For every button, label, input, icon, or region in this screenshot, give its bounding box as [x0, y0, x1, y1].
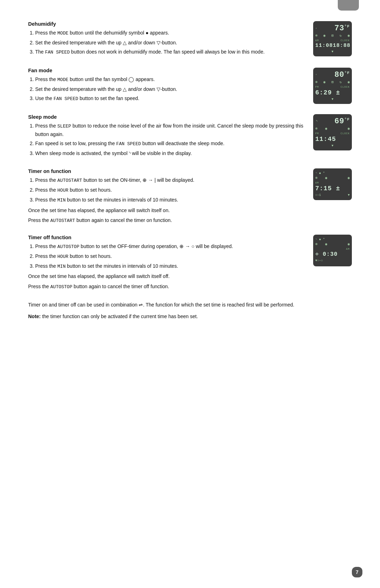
timer-on-title: Timer on function — [28, 168, 306, 174]
timer-off-content: Timer off function Press the AUTOSTOP bu… — [28, 235, 306, 291]
dehumidify-section: Dehumidify Press the MODE button until t… — [28, 21, 352, 58]
sleep-mode-display: ◝ 69°F ❄◉◉ PM CLOCK 11:45 ▼ — [313, 114, 352, 150]
dehumidify-content: Dehumidify Press the MODE button until t… — [28, 21, 306, 58]
page-tab — [338, 0, 359, 11]
sleep-mode-title: Sleep mode — [28, 114, 306, 120]
list-item: Press the MODE button until the fan symb… — [35, 75, 306, 84]
list-item: Press the AUTOSTOP button to set the OFF… — [35, 242, 306, 251]
list-item: Press the MODE button until the dehumidi… — [35, 29, 306, 37]
timer-on-extra1: Once the set time has elapsed, the appli… — [28, 206, 306, 214]
list-item: Fan speed is set to low, pressing the FA… — [35, 140, 306, 148]
dehumidify-title: Dehumidify — [28, 21, 306, 27]
dehumidify-display: ◦ 73°F ❄◉⊞↻◉ AM CLOCK 11:08 18:88 ▼ — [313, 21, 352, 56]
timer-off-extra1: Once the set time has elapsed, the appli… — [28, 272, 306, 280]
timer-on-extra2: Press the AUTOSTART button again to canc… — [28, 216, 306, 225]
footer-note: Note: the timer function can only be act… — [28, 312, 352, 321]
fan-mode-title: Fan mode — [28, 68, 306, 73]
fan-mode-content: Fan mode Press the MODE button until the… — [28, 68, 306, 104]
list-item: Press the SLEEP button to reduce the noi… — [35, 122, 306, 138]
timer-on-display: ◝ ◆ * ❄◉◉ AM 7:15 ± ○–1 ▼ — [313, 168, 352, 200]
list-item: Press the HOUR button to set hours. — [35, 252, 306, 261]
note-label: Note: — [28, 314, 41, 319]
list-item: When sleep mode is activated, the symbol… — [35, 149, 306, 157]
fan-mode-steps: Press the MODE button until the fan symb… — [35, 75, 306, 103]
list-item: Set the desired temperature with the up … — [35, 39, 306, 47]
sleep-mode-content: Sleep mode Press the SLEEP button to red… — [28, 114, 306, 159]
list-item: Press the MIN button to set the minutes … — [35, 196, 306, 204]
note-body: the timer function can only be activated… — [42, 314, 198, 319]
list-item: Set the desired temperature with the up … — [35, 85, 306, 93]
list-item: Press the AUTOSTART button to set the ON… — [35, 176, 306, 185]
timer-off-section: Timer off function Press the AUTOSTOP bu… — [28, 235, 352, 291]
timer-on-section: Timer on function Press the AUTOSTART bu… — [28, 168, 352, 225]
footer-combo: Timer on and timer off can be used in co… — [28, 301, 352, 309]
note-text: Note: the timer function can only be act… — [28, 312, 352, 321]
list-item: Press the HOUR button to set hours. — [35, 186, 306, 194]
dehumidify-steps: Press the MODE button until the dehumidi… — [35, 29, 306, 56]
page-number: 7 — [352, 567, 362, 577]
combo-text: Timer on and timer off can be used in co… — [28, 301, 352, 309]
fan-mode-section: Fan mode Press the MODE button until the… — [28, 68, 352, 104]
timer-off-extra2: Press the AUTOSTOP button again to cance… — [28, 283, 306, 291]
sleep-mode-section: Sleep mode Press the SLEEP button to red… — [28, 114, 352, 159]
timer-on-steps: Press the AUTOSTART button to set the ON… — [35, 176, 306, 204]
fan-mode-display: ◦ 80°F ❄◉⊞↻◉ PM CLOCK 6:29 ± ▼ — [313, 68, 352, 104]
timer-off-title: Timer off function — [28, 235, 306, 240]
list-item: Press the MIN button to set the minutes … — [35, 262, 306, 271]
list-item: The FAN SPEED button does not work in de… — [35, 48, 306, 56]
timer-off-steps: Press the AUTOSTOP button to set the OFF… — [35, 242, 306, 270]
timer-on-content: Timer on function Press the AUTOSTART bu… — [28, 168, 306, 225]
sleep-mode-steps: Press the SLEEP button to reduce the noi… — [35, 122, 306, 157]
list-item: Use the FAN SPEED button to set the fan … — [35, 94, 306, 103]
timer-off-display: ◝ ◆ * ❄◉◉ AM ÷ 0:30 ▼○–○ — [313, 235, 352, 266]
